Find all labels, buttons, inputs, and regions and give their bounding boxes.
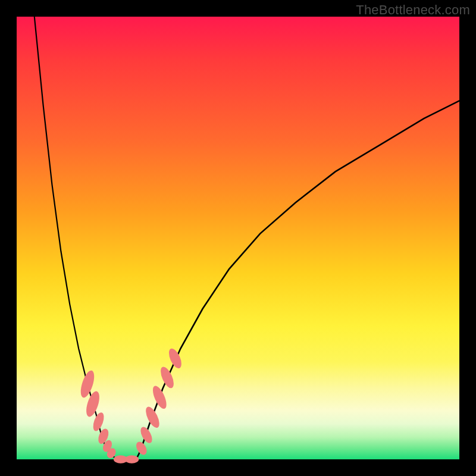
chart-frame: TheBottleneck.com (0, 0, 476, 476)
data-marker (150, 384, 169, 411)
data-marker (138, 425, 154, 444)
data-marker (167, 347, 184, 370)
data-marker (143, 405, 162, 430)
curve-right-branch (136, 101, 459, 459)
watermark-text: TheBottleneck.com (356, 2, 470, 18)
curve-layer (17, 17, 459, 459)
plot-area (17, 17, 459, 459)
data-marker (125, 455, 139, 463)
curve-left-branch (35, 17, 118, 459)
data-marker (158, 365, 177, 390)
marker-group (78, 347, 184, 464)
data-marker (134, 440, 149, 456)
